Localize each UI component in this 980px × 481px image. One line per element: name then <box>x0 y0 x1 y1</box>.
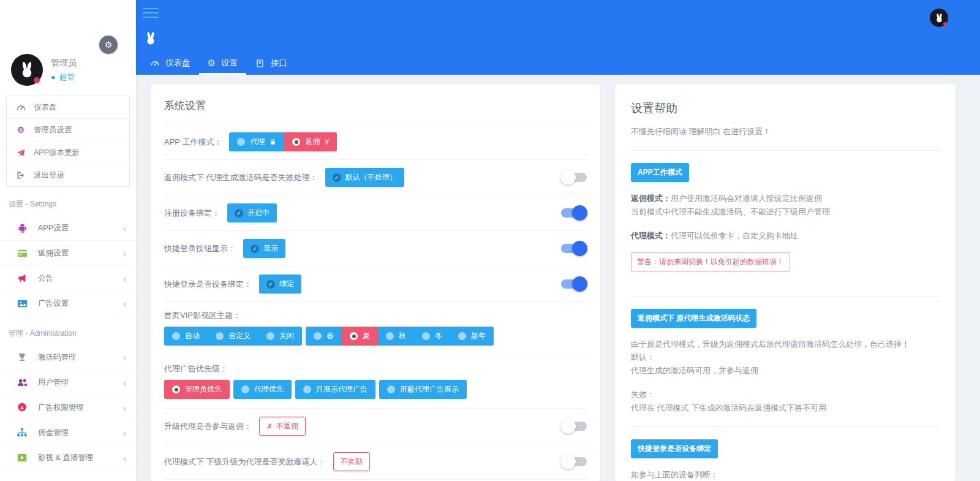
tab-label: 仪表盘 <box>165 58 190 69</box>
help-section-code-status: 返佣模式下 原代理生成激活码状态 由于原是代理模式，升级为返佣模式后原代理遗留激… <box>631 297 940 426</box>
sidebar-item-commission[interactable]: 佣金管理 ‹ <box>0 420 136 445</box>
tab-api[interactable]: 接口 <box>246 52 296 75</box>
sidebar-item-admin-settings[interactable]: ⚙ 管理员设置 <box>7 119 129 142</box>
option-label: 自定义 <box>228 331 251 341</box>
option-theme-auto[interactable]: 自动 <box>164 327 208 346</box>
option-theme-autumn[interactable]: 秋 <box>378 327 414 346</box>
setting-row-vip-theme: 首页VIP影视区主题： 自动 自定义 关闭 春 夏 秋 冬 新年 <box>164 302 587 355</box>
device-binding-on-button[interactable]: ✓ 开启中 <box>227 203 277 222</box>
default-no-handle-button[interactable]: ✓ 默认（不处理） <box>325 168 404 187</box>
toggle-upgrade-rebate[interactable] <box>561 422 587 431</box>
rabbit-avatar-icon <box>934 13 944 23</box>
sidebar-item-media-live[interactable]: 影视 & 直播管理 ‹ <box>0 445 136 471</box>
help-text: 如参与上面的设备判断： <box>631 468 940 481</box>
section-title-administration: 管理 - Administration <box>0 316 136 345</box>
no-rebate-button[interactable]: ✗ 不返佣 <box>259 417 306 436</box>
user-name: 管理员 <box>51 58 77 69</box>
video-play-icon <box>16 452 28 464</box>
toggle-quick-login-display[interactable] <box>561 244 587 253</box>
radio-icon <box>387 385 395 393</box>
sidebar-item-announcements[interactable]: 公告 ‹ <box>0 266 136 291</box>
tab-label: 设置 <box>221 58 238 69</box>
sitemap-icon <box>16 426 28 439</box>
option-label: 只展示代理广告 <box>316 384 368 395</box>
toggle-quick-login-binding[interactable] <box>561 279 587 289</box>
ad-priority-groups: 管理员优先 代理优先 只展示代理广告 屏蔽代理广告展示 <box>164 380 467 399</box>
sidebar-item-logout[interactable]: 退出登录 <box>7 164 129 186</box>
option-label: 春 <box>326 331 334 341</box>
sidebar-item-rebate-settings[interactable]: 返佣设置 ‹ <box>0 241 136 266</box>
sidebar-item-label: 退出登录 <box>34 170 64 181</box>
sidebar-item-ad-permissions[interactable]: A 广告权限管理 ‹ <box>0 395 136 420</box>
setting-row-quick-login-display: 快捷登录按钮显示： ✓ 显示 <box>164 231 587 267</box>
header-tabs: 仪表盘 ⚙ 设置 接口 <box>141 52 296 75</box>
option-label: 新年 <box>471 331 486 341</box>
option-label: 返佣 <box>305 137 320 147</box>
option-agent-mode[interactable]: 代理 <box>229 132 284 151</box>
sidebar-item-app-settings[interactable]: APP设置 ‹ <box>0 216 136 241</box>
sidebar-settings-button[interactable]: ⚙ <box>99 36 118 54</box>
quick-login-display-button[interactable]: ✓ 显示 <box>243 239 285 258</box>
toggle-invalid-handling[interactable] <box>561 173 587 182</box>
toggle-reward-inviter[interactable] <box>561 457 587 466</box>
header-avatar[interactable] <box>930 9 948 27</box>
help-card: 设置帮助 不懂先仔细阅读 理解明白 在进行设置！ APP工作模式 返佣模式：用户… <box>615 85 956 481</box>
sidebar-item-label: 管理员设置 <box>34 125 72 135</box>
option-theme-spring[interactable]: 春 <box>306 327 342 346</box>
sidebar-item-label: 广告设置 <box>38 298 69 309</box>
tachometer-icon <box>15 102 26 113</box>
sidebar-item-user-management[interactable]: 用户管理 ‹ <box>0 370 136 395</box>
button-label: 绑定 <box>279 279 294 289</box>
sidebar-item-app-update[interactable]: APP版本更新 <box>7 142 129 164</box>
radio-icon <box>422 332 430 340</box>
help-text: 代理模式：代理可以低价拿卡，自定义购卡地址 <box>631 229 940 242</box>
trophy-icon <box>16 351 28 363</box>
sidebar-item-dashboard[interactable]: 仪表盘 <box>7 96 129 119</box>
sidebar-item-ad-settings[interactable]: 广告设置 ‹ <box>0 291 136 316</box>
notification-dot <box>34 77 40 83</box>
tab-settings[interactable]: ⚙ 设置 <box>199 52 246 75</box>
toggle-knob <box>560 454 576 469</box>
sidebar-item-label: 返佣设置 <box>38 248 69 259</box>
option-theme-winter[interactable]: 冬 <box>414 327 450 346</box>
credit-card-icon <box>16 247 28 259</box>
option-label: 管理员优先 <box>185 384 222 395</box>
radio-selected-icon <box>350 332 358 340</box>
option-theme-off[interactable]: 关闭 <box>258 327 302 346</box>
radio-icon <box>266 332 274 340</box>
quick-login-binding-button[interactable]: ✓ 绑定 <box>259 275 301 294</box>
tab-dashboard[interactable]: 仪表盘 <box>141 52 199 75</box>
toggle-device-binding[interactable] <box>561 208 587 218</box>
sidebar-item-label: 激活码管理 <box>38 352 77 363</box>
rabbit-logo-icon[interactable] <box>143 31 158 47</box>
hamburger-menu-icon[interactable] <box>143 8 159 21</box>
radio-selected-icon <box>292 138 300 146</box>
option-theme-custom[interactable]: 自定义 <box>208 327 258 346</box>
setting-row-upgrade-rebate: 升级代理是否参与返佣： ✗ 不返佣 <box>164 409 587 444</box>
option-rebate-mode[interactable]: 返佣 ¥ <box>284 132 337 151</box>
chevron-left-icon: ‹ <box>123 453 126 463</box>
option-priority-admin[interactable]: 管理员优先 <box>164 380 230 399</box>
no-reward-button[interactable]: 不奖励 <box>333 452 370 471</box>
setting-label: 代理模式下 下级升级为代理是否奖励邀请人： <box>164 456 326 468</box>
sidebar-item-label: 用户管理 <box>38 377 69 388</box>
option-priority-agent[interactable]: 代理优先 <box>233 380 292 399</box>
avatar[interactable] <box>11 54 43 86</box>
settings-nav: APP设置 ‹ 返佣设置 ‹ 公告 ‹ 广告设 <box>0 216 136 316</box>
chevron-left-icon: ‹ <box>123 428 126 438</box>
setting-row-device-binding: 注册设备绑定： ✓ 开启中 <box>164 195 587 231</box>
radio-icon <box>237 138 245 146</box>
users-icon <box>16 376 28 388</box>
sidebar-item-activation-codes[interactable]: 激活码管理 ‹ <box>0 345 136 370</box>
option-theme-summer[interactable]: 夏 <box>342 327 378 346</box>
option-block-agent-ads[interactable]: 屏蔽代理广告展示 <box>379 380 467 399</box>
help-badge: 快捷登录是否设备绑定 <box>631 439 718 458</box>
rabbit-avatar-icon <box>18 61 36 79</box>
check-circle-icon: ✓ <box>251 244 259 253</box>
option-agent-ads-only[interactable]: 只展示代理广告 <box>295 380 375 399</box>
user-panel: 管理员 ● 超管 <box>0 54 136 86</box>
vip-theme-groups: 自动 自定义 关闭 春 夏 秋 冬 新年 <box>164 327 494 346</box>
setting-label: 升级代理是否参与返佣： <box>164 421 252 432</box>
option-theme-newyear[interactable]: 新年 <box>450 327 494 346</box>
tachometer-icon <box>149 58 160 69</box>
